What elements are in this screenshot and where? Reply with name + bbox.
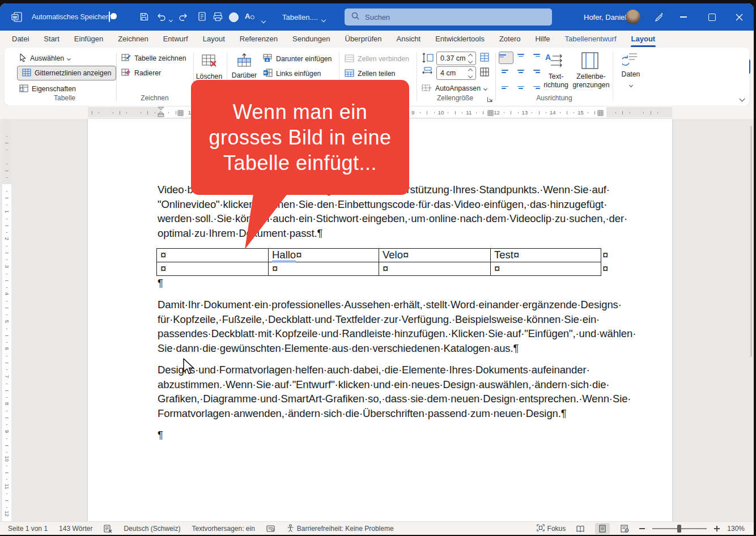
pilcrow-mark: ¶ (158, 428, 163, 442)
more-commands-icon[interactable] (262, 15, 265, 25)
redo-icon[interactable] (178, 12, 188, 24)
align-center-left-button[interactable] (499, 66, 512, 77)
tab-uberprufen[interactable]: Überprüfen (338, 31, 389, 48)
accessibility-status[interactable]: Barrierefreiheit: Keine Probleme (287, 524, 394, 534)
zoom-level[interactable]: 130% (727, 525, 745, 533)
tab-layout[interactable]: Layout (196, 31, 232, 48)
maximize-button[interactable] (708, 14, 716, 21)
table-properties-button[interactable]: Eigenschaften (19, 83, 76, 95)
tab-entwicklertools[interactable]: Entwicklertools (428, 31, 492, 48)
split-cells-button[interactable]: Zellen teilen (345, 67, 395, 80)
zoom-out-button[interactable] (639, 528, 645, 529)
save-icon[interactable] (139, 12, 149, 24)
tab-zeichnen[interactable]: Zeichnen (111, 31, 155, 48)
table-column-marker-icon[interactable] (487, 108, 494, 118)
row-height-input[interactable] (437, 54, 468, 63)
align-bottom-center-button[interactable] (514, 80, 528, 91)
text-direction-button[interactable]: A (545, 52, 568, 71)
language-indicator[interactable]: Deutsch (Schweiz) (124, 525, 180, 533)
page-indicator[interactable]: Seite 1 von 1 (8, 525, 48, 533)
row-height-field[interactable] (436, 52, 476, 65)
print-preview-icon[interactable] (197, 11, 207, 24)
search-input[interactable] (364, 12, 525, 22)
merge-cells-icon (345, 54, 354, 64)
proofing-status-icon[interactable] (104, 525, 112, 533)
minimize-button[interactable] (680, 16, 687, 18)
tab-hilfe[interactable]: Hilfe (528, 31, 557, 48)
cell-margins-label[interactable]: Zellenbe-grenzungen (570, 73, 612, 90)
tab-zotero[interactable]: Zotero (492, 31, 528, 48)
text-direction-label[interactable]: Text-richtung (538, 73, 574, 90)
user-name[interactable]: Hofer, Daniel (584, 13, 626, 22)
word-count[interactable]: 143 Wörter (59, 525, 92, 533)
insert-below-button[interactable]: Darunter einfügen (263, 53, 332, 65)
table-cell[interactable]: ¤ (379, 262, 491, 276)
vertical-scrollbar[interactable] (750, 126, 752, 357)
table-cell[interactable]: ¤ (491, 262, 601, 276)
align-top-left-button[interactable] (499, 52, 513, 64)
select-button[interactable]: Auswählen (19, 52, 70, 65)
insert-left-button[interactable]: Links einfügen (263, 67, 321, 80)
distribute-columns-icon[interactable] (479, 67, 490, 79)
search-bar[interactable] (345, 8, 552, 25)
undo-icon[interactable] (156, 12, 172, 24)
table-cell[interactable]: Velo¤ (379, 249, 491, 262)
table-column-marker-icon[interactable] (597, 108, 604, 118)
zoom-slider[interactable] (652, 528, 707, 529)
indent-marker-icon[interactable] (157, 107, 165, 120)
table-cell[interactable]: ¤ (269, 262, 379, 276)
show-gridlines-toggle[interactable]: Gitternetzlinien anzeigen (17, 66, 116, 80)
align-top-center-button[interactable] (514, 52, 528, 63)
collapse-ribbon-icon[interactable] (740, 93, 744, 103)
table-cell[interactable]: Test¤ (491, 249, 601, 262)
quick-print-icon[interactable] (213, 12, 223, 24)
table-column-marker-icon[interactable] (177, 108, 184, 118)
end-of-row-mark: ¤ (602, 262, 608, 275)
close-button[interactable] (736, 13, 743, 23)
tab-sendungen[interactable]: Sendungen (285, 31, 338, 48)
document-title[interactable]: Tabellen.... (282, 13, 318, 22)
align-center-center-button[interactable] (514, 66, 528, 77)
focus-mode-button[interactable]: Fokus (537, 524, 566, 533)
draw-table-button[interactable]: Tabelle zeichnen (121, 52, 186, 65)
eraser-button[interactable]: Radierer (121, 67, 161, 79)
align-bottom-left-button[interactable] (499, 80, 512, 91)
cell-size-dialog-launcher-icon[interactable] (487, 95, 493, 105)
web-layout-button[interactable] (617, 523, 632, 534)
read-mode-button[interactable] (573, 523, 588, 534)
tab-start[interactable]: Start (36, 31, 66, 48)
delete-table-button[interactable]: Löschen (195, 52, 223, 80)
insert-above-button[interactable]: Darüber (230, 52, 258, 79)
tab-referenzen[interactable]: Referenzen (232, 31, 285, 48)
column-width-input[interactable] (437, 69, 468, 78)
row-height-spinner[interactable] (469, 54, 472, 63)
column-width-field[interactable] (436, 66, 476, 80)
align-top-right-button[interactable] (529, 52, 543, 63)
word-app-icon[interactable]: W (11, 11, 23, 25)
editor-status-icon[interactable] (266, 525, 275, 533)
autofit-button[interactable]: AutoAnpassen (422, 82, 487, 95)
autosave-toggle[interactable] (109, 12, 110, 22)
editor-icon[interactable]: A (245, 12, 250, 20)
text-predictions-indicator[interactable]: Textvorhersagen: ein (192, 525, 254, 533)
avatar[interactable] (626, 10, 640, 24)
column-width-spinner[interactable] (469, 69, 472, 78)
doc-title-chevron-icon[interactable] (322, 14, 325, 24)
zoom-in-button[interactable] (714, 526, 720, 531)
ink-pen-icon[interactable] (653, 11, 664, 25)
print-layout-button[interactable] (595, 523, 610, 534)
record-icon[interactable] (229, 12, 239, 22)
tab-tabellenentwurf[interactable]: Tabellenentwurf (557, 31, 623, 48)
distribute-rows-icon[interactable] (479, 53, 490, 64)
zoom-slider-thumb[interactable] (677, 525, 681, 533)
tab-entwurf[interactable]: Entwurf (156, 31, 196, 48)
cell-margins-button[interactable] (580, 52, 600, 71)
table-cell[interactable]: ¤ (157, 262, 269, 276)
merge-cells-button[interactable]: Zellen verbinden (345, 53, 409, 65)
vertical-ruler[interactable]: 123456789101112 (1, 119, 12, 521)
tab-layout[interactable]: Layout (624, 31, 663, 48)
tab-datei[interactable]: Datei (5, 31, 36, 48)
tab-ansicht[interactable]: Ansicht (389, 31, 428, 48)
tab-einfugen[interactable]: Einfügen (67, 31, 111, 48)
data-button[interactable]: Daten (618, 51, 644, 88)
